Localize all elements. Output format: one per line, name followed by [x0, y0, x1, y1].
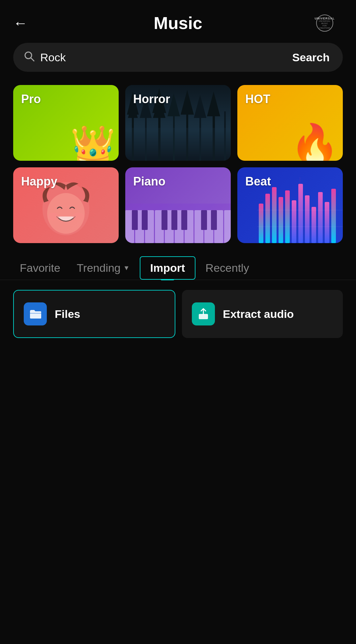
svg-rect-43 [125, 204, 231, 243]
extract-icon [192, 302, 215, 325]
search-input[interactable] [40, 51, 277, 64]
category-label-pro: Pro [21, 92, 41, 106]
search-container: Search [0, 40, 356, 82]
category-card-piano[interactable]: Piano [125, 167, 231, 243]
svg-point-24 [73, 213, 84, 220]
search-icon [23, 50, 35, 65]
logo-circle: UNIVERSAL UNIVERSALMUSICFOR CREATORS [316, 14, 333, 32]
svg-rect-44 [259, 204, 263, 243]
tab-trending[interactable]: Trending ▼ [70, 256, 136, 280]
svg-rect-45 [265, 194, 270, 243]
svg-rect-47 [279, 197, 283, 243]
category-label-horror: Horror [133, 92, 170, 106]
categories-grid: Pro 👑 Horror [13, 85, 343, 243]
svg-rect-52 [312, 207, 316, 243]
svg-rect-48 [285, 190, 290, 243]
category-card-beat[interactable]: Beat [237, 167, 343, 243]
svg-point-23 [48, 213, 59, 220]
category-label-beat: Beat [245, 175, 271, 188]
svg-line-1 [31, 58, 34, 61]
category-card-pro[interactable]: Pro 👑 [13, 85, 119, 161]
search-button[interactable]: Search [282, 48, 340, 67]
logo: UNIVERSAL UNIVERSALMUSICFOR CREATORS [307, 13, 343, 33]
svg-rect-20 [125, 128, 231, 161]
category-label-hot: HOT [245, 92, 270, 106]
import-files-option[interactable]: Files [13, 290, 175, 338]
extract-audio-label: Extract audio [223, 308, 294, 321]
category-card-happy[interactable]: Happy [13, 167, 119, 243]
category-label-happy: Happy [21, 175, 57, 188]
search-bar: Search [13, 43, 343, 72]
tabs-container: Favorite Trending ▼ Import Recently [0, 250, 356, 280]
svg-rect-53 [318, 192, 323, 243]
tab-favorite[interactable]: Favorite [13, 256, 67, 280]
page-title: Music [154, 13, 202, 33]
tab-recently[interactable]: Recently [199, 256, 255, 280]
svg-rect-46 [272, 187, 277, 243]
header: ← Music UNIVERSAL UNIVERSALMUSICFOR CREA… [0, 0, 356, 40]
trending-dropdown-icon: ▼ [123, 264, 130, 272]
back-button[interactable]: ← [13, 16, 28, 30]
categories-container: Pro 👑 Horror [0, 82, 356, 250]
svg-rect-50 [298, 184, 303, 243]
svg-rect-49 [292, 200, 296, 243]
tab-import[interactable]: Import [140, 256, 196, 280]
logo-text-sub: UNIVERSALMUSICFOR CREATORS [317, 20, 333, 30]
import-extract-option[interactable]: Extract audio [182, 290, 343, 338]
files-label: Files [55, 308, 80, 321]
svg-rect-54 [325, 202, 329, 243]
svg-rect-51 [305, 195, 310, 243]
logo-text-main: UNIVERSAL [315, 17, 335, 20]
category-card-horror[interactable]: Horror [125, 85, 231, 161]
import-options: Files Extract audio [0, 280, 356, 348]
category-label-piano: Piano [133, 175, 165, 188]
files-icon [24, 302, 47, 325]
category-card-hot[interactable]: HOT 🔥 [237, 85, 343, 161]
svg-rect-55 [331, 189, 336, 243]
